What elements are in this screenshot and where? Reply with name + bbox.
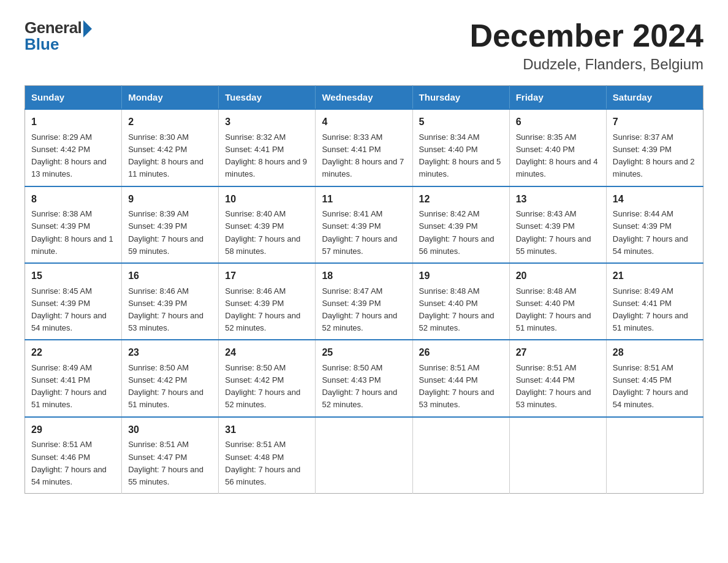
calendar-table: SundayMondayTuesdayWednesdayThursdayFrid… [25, 85, 703, 494]
day-info: Sunrise: 8:46 AMSunset: 4:39 PMDaylight:… [225, 286, 300, 332]
calendar-cell: 5Sunrise: 8:34 AMSunset: 4:40 PMDaylight… [412, 109, 509, 186]
calendar-cell: 25Sunrise: 8:50 AMSunset: 4:43 PMDayligh… [316, 340, 412, 416]
column-header-monday: Monday [122, 86, 219, 110]
calendar-cell: 3Sunrise: 8:32 AMSunset: 4:41 PMDaylight… [219, 109, 316, 186]
day-info: Sunrise: 8:45 AMSunset: 4:39 PMDaylight:… [31, 286, 107, 332]
day-number: 22 [31, 345, 115, 361]
calendar-cell [509, 417, 606, 494]
day-number: 10 [225, 192, 309, 207]
month-title: December 2024 [469, 18, 703, 53]
day-info: Sunrise: 8:49 AMSunset: 4:41 PMDaylight:… [31, 363, 107, 409]
day-info: Sunrise: 8:41 AMSunset: 4:39 PMDaylight:… [322, 209, 397, 255]
calendar-week-row: 15Sunrise: 8:45 AMSunset: 4:39 PMDayligh… [25, 263, 703, 340]
calendar-week-row: 1Sunrise: 8:29 AMSunset: 4:42 PMDaylight… [25, 109, 703, 186]
calendar-cell: 19Sunrise: 8:48 AMSunset: 4:40 PMDayligh… [412, 263, 509, 340]
day-info: Sunrise: 8:50 AMSunset: 4:42 PMDaylight:… [225, 363, 300, 409]
calendar-cell: 30Sunrise: 8:51 AMSunset: 4:47 PMDayligh… [122, 417, 219, 494]
day-number: 13 [516, 192, 600, 207]
day-info: Sunrise: 8:51 AMSunset: 4:44 PMDaylight:… [419, 363, 495, 409]
logo: General Blue [25, 18, 92, 54]
calendar-cell: 6Sunrise: 8:35 AMSunset: 4:40 PMDaylight… [509, 109, 606, 186]
calendar-cell: 2Sunrise: 8:30 AMSunset: 4:42 PMDaylight… [122, 109, 219, 186]
day-number: 29 [31, 423, 115, 438]
calendar-cell: 9Sunrise: 8:39 AMSunset: 4:39 PMDaylight… [122, 186, 219, 263]
day-info: Sunrise: 8:51 AMSunset: 4:47 PMDaylight:… [128, 440, 203, 486]
calendar-cell: 4Sunrise: 8:33 AMSunset: 4:41 PMDaylight… [316, 109, 412, 186]
day-number: 2 [128, 115, 212, 130]
day-info: Sunrise: 8:34 AMSunset: 4:40 PMDaylight:… [419, 132, 501, 178]
calendar-cell: 21Sunrise: 8:49 AMSunset: 4:41 PMDayligh… [606, 263, 703, 340]
logo-arrow-icon [83, 20, 92, 37]
calendar-cell: 13Sunrise: 8:43 AMSunset: 4:39 PMDayligh… [509, 186, 606, 263]
day-number: 27 [516, 345, 600, 361]
day-info: Sunrise: 8:51 AMSunset: 4:45 PMDaylight:… [613, 363, 688, 409]
calendar-cell: 1Sunrise: 8:29 AMSunset: 4:42 PMDaylight… [25, 109, 122, 186]
day-info: Sunrise: 8:39 AMSunset: 4:39 PMDaylight:… [128, 209, 203, 255]
day-number: 15 [31, 269, 115, 284]
calendar-cell: 12Sunrise: 8:42 AMSunset: 4:39 PMDayligh… [412, 186, 509, 263]
day-number: 12 [419, 192, 503, 207]
location-subtitle: Dudzele, Flanders, Belgium [469, 56, 703, 73]
day-info: Sunrise: 8:48 AMSunset: 4:40 PMDaylight:… [419, 286, 495, 332]
calendar-week-row: 8Sunrise: 8:38 AMSunset: 4:39 PMDaylight… [25, 186, 703, 263]
column-header-saturday: Saturday [606, 86, 703, 110]
day-info: Sunrise: 8:30 AMSunset: 4:42 PMDaylight:… [128, 132, 203, 178]
calendar-cell: 31Sunrise: 8:51 AMSunset: 4:48 PMDayligh… [219, 417, 316, 494]
logo-blue-text: Blue [25, 35, 59, 54]
calendar-cell: 28Sunrise: 8:51 AMSunset: 4:45 PMDayligh… [606, 340, 703, 416]
day-number: 25 [322, 345, 406, 361]
calendar-week-row: 29Sunrise: 8:51 AMSunset: 4:46 PMDayligh… [25, 417, 703, 494]
day-info: Sunrise: 8:42 AMSunset: 4:39 PMDaylight:… [419, 209, 495, 255]
calendar-cell: 17Sunrise: 8:46 AMSunset: 4:39 PMDayligh… [219, 263, 316, 340]
day-number: 1 [31, 115, 115, 130]
calendar-cell: 14Sunrise: 8:44 AMSunset: 4:39 PMDayligh… [606, 186, 703, 263]
calendar-cell: 29Sunrise: 8:51 AMSunset: 4:46 PMDayligh… [25, 417, 122, 494]
day-number: 3 [225, 115, 309, 130]
day-number: 23 [128, 345, 212, 361]
day-number: 30 [128, 423, 212, 438]
day-info: Sunrise: 8:49 AMSunset: 4:41 PMDaylight:… [613, 286, 688, 332]
day-info: Sunrise: 8:35 AMSunset: 4:40 PMDaylight:… [516, 132, 598, 178]
calendar-cell [606, 417, 703, 494]
day-number: 5 [419, 115, 503, 130]
day-info: Sunrise: 8:46 AMSunset: 4:39 PMDaylight:… [128, 286, 203, 332]
page-header: General Blue December 2024 Dudzele, Flan… [25, 18, 703, 73]
calendar-cell: 7Sunrise: 8:37 AMSunset: 4:39 PMDaylight… [606, 109, 703, 186]
day-info: Sunrise: 8:44 AMSunset: 4:39 PMDaylight:… [613, 209, 688, 255]
calendar-header-row: SundayMondayTuesdayWednesdayThursdayFrid… [25, 86, 703, 110]
day-info: Sunrise: 8:50 AMSunset: 4:42 PMDaylight:… [128, 363, 203, 409]
day-number: 20 [516, 269, 600, 284]
calendar-week-row: 22Sunrise: 8:49 AMSunset: 4:41 PMDayligh… [25, 340, 703, 416]
calendar-cell [412, 417, 509, 494]
day-info: Sunrise: 8:33 AMSunset: 4:41 PMDaylight:… [322, 132, 404, 178]
column-header-thursday: Thursday [412, 86, 509, 110]
title-block: December 2024 Dudzele, Flanders, Belgium [469, 18, 703, 73]
day-number: 31 [225, 423, 309, 438]
calendar-cell: 20Sunrise: 8:48 AMSunset: 4:40 PMDayligh… [509, 263, 606, 340]
day-number: 11 [322, 192, 406, 207]
day-info: Sunrise: 8:51 AMSunset: 4:48 PMDaylight:… [225, 440, 300, 486]
column-header-wednesday: Wednesday [316, 86, 412, 110]
calendar-cell: 16Sunrise: 8:46 AMSunset: 4:39 PMDayligh… [122, 263, 219, 340]
calendar-cell [316, 417, 412, 494]
calendar-cell: 11Sunrise: 8:41 AMSunset: 4:39 PMDayligh… [316, 186, 412, 263]
day-number: 9 [128, 192, 212, 207]
day-number: 7 [613, 115, 697, 130]
calendar-cell: 23Sunrise: 8:50 AMSunset: 4:42 PMDayligh… [122, 340, 219, 416]
calendar-cell: 18Sunrise: 8:47 AMSunset: 4:39 PMDayligh… [316, 263, 412, 340]
day-number: 16 [128, 269, 212, 284]
day-number: 19 [419, 269, 503, 284]
day-number: 6 [516, 115, 600, 130]
calendar-cell: 10Sunrise: 8:40 AMSunset: 4:39 PMDayligh… [219, 186, 316, 263]
day-number: 4 [322, 115, 406, 130]
day-info: Sunrise: 8:40 AMSunset: 4:39 PMDaylight:… [225, 209, 300, 255]
calendar-cell: 8Sunrise: 8:38 AMSunset: 4:39 PMDaylight… [25, 186, 122, 263]
day-number: 26 [419, 345, 503, 361]
calendar-cell: 22Sunrise: 8:49 AMSunset: 4:41 PMDayligh… [25, 340, 122, 416]
day-info: Sunrise: 8:47 AMSunset: 4:39 PMDaylight:… [322, 286, 397, 332]
day-info: Sunrise: 8:32 AMSunset: 4:41 PMDaylight:… [225, 132, 307, 178]
column-header-tuesday: Tuesday [219, 86, 316, 110]
calendar-cell: 26Sunrise: 8:51 AMSunset: 4:44 PMDayligh… [412, 340, 509, 416]
day-number: 18 [322, 269, 406, 284]
day-info: Sunrise: 8:43 AMSunset: 4:39 PMDaylight:… [516, 209, 591, 255]
